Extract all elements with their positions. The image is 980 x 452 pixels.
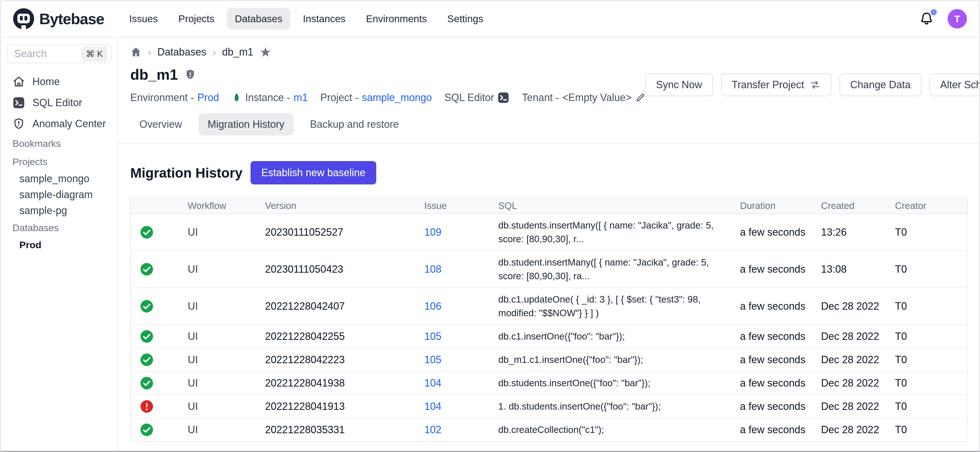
top-nav: Bytebase IssuesProjectsDatabasesInstance…: [0, 0, 980, 38]
chevron-right-icon: ›: [148, 47, 151, 58]
migration-history-section-header: Migration History Establish new baseline: [130, 161, 967, 184]
sidebar: ⌘ K HomeSQL EditorAnomaly Center Bookmar…: [0, 38, 118, 450]
sidebar-item-label: Home: [32, 76, 60, 88]
sidebar-sections: BookmarksProjectssample_mongosample-diag…: [0, 134, 118, 253]
button-label: Alter Schema: [940, 79, 980, 91]
page-header: db_m1 Environment - Prod: [130, 66, 967, 104]
user-avatar[interactable]: T: [948, 9, 967, 29]
issue-link[interactable]: 104: [424, 401, 498, 412]
tenant-value: <Empty Value>: [562, 92, 632, 104]
duration-cell: a few seconds: [740, 424, 821, 436]
instance-link[interactable]: m1: [293, 92, 308, 104]
table-header-row: WorkflowVersionIssueSQLDurationCreatedCr…: [131, 198, 967, 214]
duration-cell: a few seconds: [740, 226, 821, 238]
top-nav-right: T: [919, 9, 967, 29]
breadcrumb-item-databases[interactable]: Databases: [157, 46, 206, 58]
top-nav-items: IssuesProjectsDatabasesInstancesEnvironm…: [121, 8, 491, 30]
issue-link[interactable]: 105: [424, 354, 498, 366]
sidebar-item-sample-pg[interactable]: sample-pg: [0, 203, 118, 219]
nav-item-instances[interactable]: Instances: [295, 8, 353, 30]
bytebase-logo-text: Bytebase: [39, 10, 104, 28]
table-row[interactable]: UI20230111050423108db.student.insertMany…: [131, 251, 967, 288]
sql-editor-shortcut[interactable]: SQL Editor: [444, 92, 509, 104]
transfer-project-button[interactable]: Transfer Project: [721, 73, 832, 96]
version-cell: 20221228041913: [265, 401, 424, 412]
sidebar-item-anomaly-center[interactable]: Anomaly Center: [0, 113, 118, 134]
version-cell: 20221228042255: [265, 331, 424, 342]
sidebar-section-projects: Projects: [0, 153, 118, 171]
establish-baseline-button[interactable]: Establish new baseline: [251, 161, 376, 184]
issue-link[interactable]: 108: [424, 263, 498, 275]
issue-link[interactable]: 104: [424, 377, 498, 389]
creator-cell: T0: [895, 263, 967, 275]
table-row[interactable]: UI20230111052527109db.students.insertMan…: [131, 214, 967, 251]
status-cell: [131, 399, 188, 413]
sidebar-item-sample-mongo[interactable]: sample_mongo: [0, 171, 118, 187]
workflow-cell: UI: [188, 331, 265, 342]
column-header-sql: SQL: [498, 200, 740, 211]
nav-item-issues[interactable]: Issues: [121, 8, 166, 30]
workflow-cell: UI: [188, 401, 265, 412]
issue-link[interactable]: 106: [424, 300, 498, 312]
created-cell: 13:26: [821, 226, 895, 238]
sql-editor-label: SQL Editor: [444, 92, 494, 104]
search-input[interactable]: [14, 48, 81, 60]
sidebar-item-sql-editor[interactable]: SQL Editor: [0, 92, 118, 113]
table-row[interactable]: UI20221228042223105db_m1.c1.insertOne({"…: [131, 348, 967, 372]
table-row[interactable]: UI202212280419131041. db.students.insert…: [131, 395, 967, 418]
sidebar-item-label: Anomaly Center: [32, 118, 106, 130]
favorite-star-icon[interactable]: ★: [259, 46, 271, 59]
notification-badge: [931, 9, 937, 15]
sync-now-button[interactable]: Sync Now: [645, 73, 713, 96]
table-row[interactable]: UI20221228042407106db.c1.updateOne( { _i…: [131, 288, 967, 325]
sql-cell: db.createCollection("c1");: [498, 423, 740, 437]
sidebar-item-sample-diagram[interactable]: sample-diagram: [0, 187, 118, 203]
nav-item-settings[interactable]: Settings: [439, 8, 491, 30]
column-header-issue: Issue: [424, 200, 498, 211]
table-row[interactable]: UI20221228035331102db.createCollection("…: [131, 418, 967, 441]
issue-link[interactable]: 105: [424, 331, 498, 342]
column-header-version: Version: [265, 200, 424, 211]
environment-label: Environment -: [130, 92, 194, 104]
home-icon[interactable]: [130, 46, 142, 58]
check-circle-icon: [140, 330, 154, 343]
check-circle-icon: [140, 353, 154, 367]
tab-bar: OverviewMigration HistoryBackup and rest…: [130, 113, 967, 136]
created-cell: Dec 28 2022: [821, 354, 895, 366]
pencil-icon[interactable]: [635, 93, 645, 103]
bytebase-logo[interactable]: Bytebase: [13, 8, 104, 29]
layout: ⌘ K HomeSQL EditorAnomaly Center Bookmar…: [0, 38, 980, 450]
button-label: Change Data: [850, 79, 911, 91]
issue-link[interactable]: 109: [424, 226, 498, 238]
tab-backup-and-restore[interactable]: Backup and restore: [301, 113, 408, 136]
sidebar-item-home[interactable]: Home: [0, 71, 118, 92]
tabs-divider: [118, 143, 980, 144]
created-cell: Dec 28 2022: [821, 377, 895, 389]
column-header-created: Created: [821, 200, 895, 211]
status-cell: [131, 423, 188, 437]
sidebar-item-prod[interactable]: Prod: [0, 237, 118, 253]
change-data-button[interactable]: Change Data: [840, 73, 921, 96]
page-header-left: db_m1 Environment - Prod: [130, 66, 645, 104]
table-row[interactable]: UI20221228042255105db.c1.insertOne({"foo…: [131, 325, 967, 348]
nav-item-databases[interactable]: Databases: [227, 8, 290, 30]
issue-link[interactable]: 102: [424, 424, 498, 436]
table-row[interactable]: UI20221228041938104db.students.insertOne…: [131, 372, 967, 395]
sql-cell: 1. db.students.insertOne({"foo": "bar"})…: [498, 399, 740, 413]
table-body: UI20230111052527109db.students.insertMan…: [131, 214, 967, 441]
column-header-duration: Duration: [740, 200, 821, 211]
tab-overview[interactable]: Overview: [130, 113, 191, 136]
notification-bell-button[interactable]: [919, 11, 934, 26]
project-link[interactable]: sample_mongo: [362, 92, 432, 104]
nav-item-environments[interactable]: Environments: [358, 8, 435, 30]
sql-cell: db.students.insertOne({"foo": "bar"});: [498, 376, 740, 390]
button-label: Sync Now: [656, 79, 702, 91]
migration-history-table: WorkflowVersionIssueSQLDurationCreatedCr…: [130, 198, 967, 442]
created-cell: Dec 28 2022: [821, 424, 895, 436]
nav-item-projects[interactable]: Projects: [170, 8, 222, 30]
sql-cell: db.c1.updateOne( { _id: 3 }, [ { $set: {…: [498, 292, 740, 320]
alter-schema-button[interactable]: Alter Schema: [929, 73, 980, 96]
tab-migration-history[interactable]: Migration History: [199, 113, 293, 136]
check-circle-icon: [140, 299, 154, 313]
environment-link[interactable]: Prod: [197, 92, 219, 104]
